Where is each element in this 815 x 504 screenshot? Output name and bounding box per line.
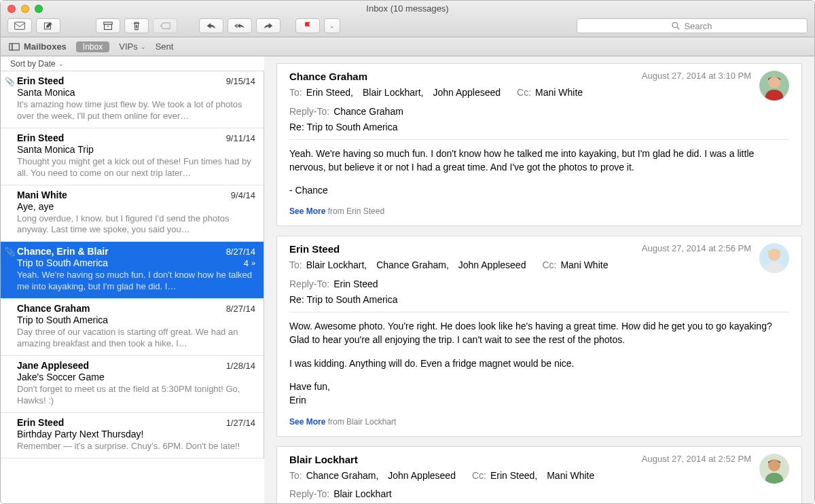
fav-sent[interactable]: Sent xyxy=(156,41,174,52)
message-from: Erin Steed xyxy=(17,75,64,86)
message-reader: Chance GrahamAugust 27, 2014 at 3:10 PMT… xyxy=(264,56,814,503)
reply-button[interactable] xyxy=(199,18,223,33)
message-row[interactable]: Chance Graham8/27/14Trip to South Americ… xyxy=(1,299,264,356)
message-from: Erin Steed xyxy=(17,132,64,143)
message-from: Jane Appleseed xyxy=(17,360,89,371)
message-subject: Santa Monica Trip xyxy=(17,144,94,155)
body-paragraph: Yeah. We're having so much fun. I don't … xyxy=(289,147,789,175)
window-minimize-button[interactable] xyxy=(21,5,29,13)
body-paragraph: - Chance xyxy=(289,183,789,197)
message-row[interactable]: Mani White9/4/14Aye, ayeLong overdue, I … xyxy=(1,185,264,242)
cc-recipient: Mani White xyxy=(535,87,583,98)
compose-button[interactable] xyxy=(36,18,60,33)
message-card: Blair LockhartAugust 27, 2014 at 2:52 PM… xyxy=(276,446,802,503)
message-date: 1/27/14 xyxy=(221,418,255,428)
recipient: John Appleseed xyxy=(458,259,526,270)
to-label: To: xyxy=(289,470,302,481)
body-paragraph: I was kidding. Anything will do. Even a … xyxy=(289,357,789,370)
recipient: Chance Graham, xyxy=(306,470,379,481)
message-subject: Aye, aye xyxy=(17,201,54,212)
body-paragraph: Have fun,Erin xyxy=(289,380,789,408)
mailboxes-icon xyxy=(9,43,20,51)
recipient: Blair Lockhart, xyxy=(306,259,367,270)
search-field[interactable]: Search xyxy=(577,18,808,33)
message-row[interactable]: Erin Steed9/11/14Santa Monica TripThough… xyxy=(1,128,264,185)
chevron-down-icon: ⌄ xyxy=(141,43,146,50)
see-more-link[interactable]: See More from Blair Lockhart xyxy=(289,417,789,427)
message-card: Erin SteedAugust 27, 2014 at 2:56 PMTo:B… xyxy=(276,236,802,436)
svg-rect-3 xyxy=(105,24,112,30)
cc-label: Cc: xyxy=(472,470,486,481)
message-preview: Remember — it's a surprise. Chuy's. 6PM.… xyxy=(17,441,255,452)
fav-inbox[interactable]: Inbox xyxy=(76,41,109,52)
message-row[interactable]: Erin Steed1/27/14Birthday Party Next Thu… xyxy=(1,413,264,458)
message-date: 9/11/14 xyxy=(221,133,255,143)
thread-count: 4 » xyxy=(244,258,255,268)
message-subject: Jake's Soccer Game xyxy=(17,372,105,382)
reply-to-label: Reply-To: xyxy=(289,278,329,289)
message-date: 9/15/14 xyxy=(221,76,255,86)
message-from: Mani White xyxy=(17,190,67,200)
forward-button[interactable] xyxy=(256,18,280,33)
reply-to-label: Reply-To: xyxy=(289,488,329,499)
cc-label: Cc: xyxy=(542,259,556,270)
get-mail-button[interactable] xyxy=(7,18,32,33)
message-card: Chance GrahamAugust 27, 2014 at 3:10 PMT… xyxy=(276,63,802,226)
favorites-bar: Mailboxes Inbox VIPs⌄ Sent xyxy=(1,37,814,56)
toolbar: ⌄ Search xyxy=(1,16,814,37)
reply-to-name: Blair Lockhart xyxy=(333,488,392,499)
fav-vips[interactable]: VIPs⌄ xyxy=(119,41,145,52)
window-title: Inbox (10 messages) xyxy=(1,1,814,16)
avatar xyxy=(759,71,789,101)
cc-label: Cc: xyxy=(517,87,531,98)
recipient: Erin Steed, xyxy=(306,87,353,98)
search-icon xyxy=(672,22,680,30)
svg-rect-5 xyxy=(10,43,12,50)
cc-recipient: Mani White xyxy=(560,259,608,270)
flag-button[interactable] xyxy=(295,18,320,33)
message-preview: It's amazing how time just flew by. We t… xyxy=(17,99,255,122)
sort-bar[interactable]: Sort by Date ⌄ xyxy=(1,56,264,71)
message-row[interactable]: 📎Chance, Erin & Blair8/27/14Trip to Sout… xyxy=(1,242,264,299)
recipient: Chance Graham, xyxy=(376,259,449,270)
flag-menu-button[interactable]: ⌄ xyxy=(324,18,340,33)
archive-button[interactable] xyxy=(96,18,120,33)
reply-to-label: Reply-To: xyxy=(289,106,329,117)
message-preview: Long overdue, I know. but I figured I'd … xyxy=(17,213,255,236)
see-more-link[interactable]: See More from Erin Steed xyxy=(289,206,789,216)
attachment-icon: 📎 xyxy=(5,77,15,86)
message-from: Chance, Erin & Blair xyxy=(17,246,109,257)
chevron-down-icon: ⌄ xyxy=(58,60,64,67)
svg-rect-0 xyxy=(15,22,25,30)
recipient: Blair Lockhart, xyxy=(363,87,423,98)
avatar xyxy=(759,454,789,484)
message-list: 📎Erin Steed9/15/14Santa MonicaIt's amazi… xyxy=(1,71,264,458)
window-zoom-button[interactable] xyxy=(35,5,43,13)
delete-button[interactable] xyxy=(124,18,149,33)
cc-recipient: Mani White xyxy=(547,470,594,481)
to-label: To: xyxy=(289,87,302,98)
svg-rect-6 xyxy=(12,43,19,50)
message-date: 8/27/14 xyxy=(221,304,255,314)
reply-all-button[interactable] xyxy=(228,18,252,33)
recipient: John Appleseed xyxy=(433,87,501,98)
message-row[interactable]: 📎Erin Steed9/15/14Santa MonicaIt's amazi… xyxy=(1,71,264,128)
mailboxes-button[interactable]: Mailboxes xyxy=(9,41,67,52)
message-preview: Day three of our vacation is starting of… xyxy=(17,327,255,350)
body-paragraph: Wow. Awesome photo. You're right. He doe… xyxy=(289,319,789,347)
search-placeholder: Search xyxy=(684,21,712,31)
junk-button[interactable] xyxy=(153,18,177,33)
message-subject: Birthday Party Next Thursday! xyxy=(17,429,143,439)
card-from: Blair Lockhart xyxy=(289,454,358,465)
svg-point-4 xyxy=(673,22,678,28)
message-preview: Yeah. We're having so much fun. I don't … xyxy=(17,270,255,293)
card-subject: Re: Trip to South America xyxy=(289,122,789,132)
card-subject: Re: Trip to South America xyxy=(289,294,789,305)
message-date: 1/28/14 xyxy=(221,361,255,371)
message-date: 8/27/14 xyxy=(221,247,255,257)
window-close-button[interactable] xyxy=(7,5,16,13)
card-date: August 27, 2014 at 3:10 PM xyxy=(642,71,751,81)
reply-to-name: Chance Graham xyxy=(333,106,403,117)
message-row[interactable]: Jane Appleseed1/28/14Jake's Soccer GameD… xyxy=(1,356,264,413)
message-date: 9/4/14 xyxy=(225,190,255,200)
